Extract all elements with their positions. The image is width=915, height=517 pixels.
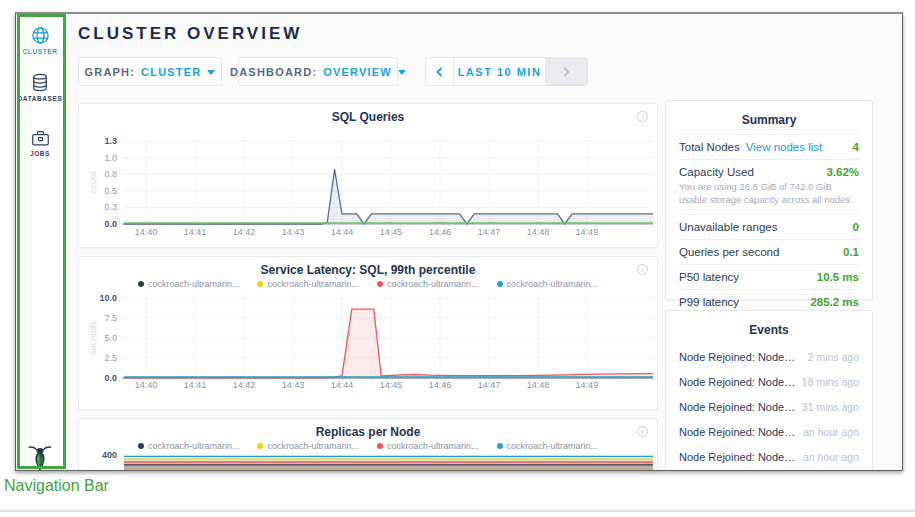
event-text: Node Rejoined: Node 3 rej... [679, 376, 797, 388]
svg-text:7.5: 7.5 [104, 313, 117, 323]
event-time: an hour ago [803, 451, 859, 463]
time-range-next-button[interactable] [545, 58, 587, 85]
sidebar-item-jobs[interactable]: JOBS [16, 129, 64, 157]
page-bottom-divider [0, 510, 915, 512]
capacity-value: 3.62% [826, 166, 859, 178]
view-nodes-list-link[interactable]: View nodes list [746, 141, 823, 153]
sql-queries-plot: 14:4014:4114:4214:4314:4414:4514:4614:47… [79, 104, 659, 249]
svg-text:0.3: 0.3 [104, 202, 117, 212]
svg-text:14:45: 14:45 [380, 227, 403, 237]
chart-card-replicas-per-node: Replicas per Node i cockroach-ultramarin… [78, 418, 658, 471]
svg-text:14:44: 14:44 [331, 380, 354, 390]
row-label: P99 latency [679, 296, 739, 308]
svg-text:14:47: 14:47 [478, 227, 501, 237]
chart-card-sql-queries: SQL Queries i 14:4014:4114:4214:4314:441… [78, 103, 658, 248]
event-row: Node Rejoined: Node 2 rej... 31 mins ago [679, 394, 859, 419]
chart-card-service-latency: Service Latency: SQL, 99th percentile i … [78, 256, 658, 410]
svg-text:0.8: 0.8 [104, 169, 117, 179]
svg-text:1.0: 1.0 [104, 153, 117, 163]
svg-text:400: 400 [102, 450, 117, 460]
row-value: 285.2 ms [810, 296, 859, 308]
svg-text:0.0: 0.0 [104, 219, 117, 229]
events-panel: Events Node Rejoined: Node 4 rej... 2 mi… [665, 310, 873, 471]
summary-row-unavailable-ranges: Unavailable ranges 0 [679, 214, 859, 239]
summary-title: Summary [679, 109, 859, 134]
event-row: Node Rejoined: Node 4 rej... an hour ago [679, 444, 859, 469]
summary-row-capacity: Capacity Used 3.62% You are using 26.8 G… [679, 159, 859, 214]
annotation-label: Navigation Bar [4, 477, 109, 495]
svg-text:14:49: 14:49 [576, 227, 599, 237]
globe-icon [31, 26, 50, 45]
svg-text:5.0: 5.0 [104, 333, 117, 343]
capacity-subtext: You are using 26.8 GiB of 742.0 GiB usab… [679, 180, 859, 214]
event-text: Node Rejoined: Node 4 rej... [679, 351, 797, 363]
summary-panel: Summary Total NodesView nodes list 4 Cap… [665, 100, 873, 300]
graph-dropdown[interactable]: GRAPH: CLUSTER [78, 57, 222, 86]
total-nodes-value: 4 [853, 141, 859, 153]
svg-text:0.0: 0.0 [104, 373, 117, 383]
svg-text:1.3: 1.3 [104, 136, 117, 146]
event-time: 18 mins ago [802, 376, 859, 388]
svg-text:14:43: 14:43 [282, 380, 305, 390]
svg-text:14:45: 14:45 [380, 380, 403, 390]
sidebar-item-label: DATABASES [16, 95, 64, 102]
svg-text:14:48: 14:48 [527, 227, 550, 237]
svg-text:14:44: 14:44 [331, 227, 354, 237]
navigation-sidebar: CLUSTER DATABASES JOBS [16, 14, 64, 470]
row-value: 0.1 [843, 246, 859, 258]
chevron-right-icon [563, 67, 570, 77]
event-time: 2 mins ago [808, 351, 859, 363]
chevron-left-icon [436, 67, 443, 77]
svg-text:14:40: 14:40 [135, 227, 158, 237]
row-value: 10.5 ms [817, 271, 859, 283]
svg-text:10.0: 10.0 [99, 293, 117, 303]
svg-text:14:49: 14:49 [576, 380, 599, 390]
sidebar-item-cluster[interactable]: CLUSTER [16, 26, 64, 55]
svg-text:14:41: 14:41 [184, 380, 207, 390]
svg-text:seconds: seconds [88, 321, 98, 355]
page: CLUSTER DATABASES JOBS [0, 0, 915, 517]
graph-dropdown-label: GRAPH: [85, 66, 136, 78]
svg-text:14:42: 14:42 [233, 227, 256, 237]
svg-text:14:46: 14:46 [429, 380, 452, 390]
app-window: CLUSTER DATABASES JOBS [15, 12, 903, 471]
sidebar-item-databases[interactable]: DATABASES [16, 73, 64, 102]
chevron-down-icon [207, 70, 215, 75]
briefcase-icon [31, 129, 50, 147]
time-range-prev-button[interactable] [426, 58, 454, 85]
summary-row-queries-per-second: Queries per second 0.1 [679, 239, 859, 264]
database-icon [31, 73, 49, 92]
svg-text:14:40: 14:40 [135, 380, 158, 390]
total-nodes-label: Total Nodes [679, 141, 740, 153]
row-label: P50 latency [679, 271, 739, 283]
svg-text:14:42: 14:42 [233, 380, 256, 390]
chevron-down-icon [398, 70, 406, 75]
event-row: Node Rejoined: Node 1 rej... an hour ago [679, 419, 859, 444]
summary-row-p50-latency: P50 latency 10.5 ms [679, 264, 859, 289]
time-range-value[interactable]: LAST 10 MIN [454, 58, 545, 85]
svg-text:14:48: 14:48 [527, 380, 550, 390]
svg-text:14:41: 14:41 [184, 227, 207, 237]
row-value: 0 [853, 221, 859, 233]
time-range-selector: LAST 10 MIN [425, 57, 588, 86]
service-latency-plot: 14:4014:4114:4214:4314:4414:4514:4614:47… [79, 257, 659, 411]
event-row: Node Rejoined: Node 3 rej... 18 mins ago [679, 369, 859, 394]
event-row: Node Rejoined: Node 4 rej... 2 mins ago [679, 344, 859, 369]
sidebar-item-label: CLUSTER [16, 48, 64, 55]
svg-text:2.5: 2.5 [104, 353, 117, 363]
row-label: Unavailable ranges [679, 221, 777, 233]
summary-row-total-nodes: Total NodesView nodes list 4 [679, 134, 859, 159]
event-text: Node Rejoined: Node 4 rej... [679, 451, 797, 463]
svg-text:0.5: 0.5 [104, 186, 117, 196]
row-label: Queries per second [679, 246, 779, 258]
event-time: 31 mins ago [802, 401, 859, 413]
sidebar-item-label: JOBS [16, 150, 64, 157]
replicas-per-node-plot: 400 [79, 419, 659, 471]
svg-text:14:43: 14:43 [282, 227, 305, 237]
svg-text:count: count [88, 171, 98, 194]
capacity-label: Capacity Used [679, 166, 754, 178]
page-title: CLUSTER OVERVIEW [78, 24, 302, 44]
cockroachdb-logo[interactable] [27, 444, 53, 471]
dashboard-dropdown-label: DASHBOARD: [230, 66, 317, 78]
dashboard-dropdown[interactable]: DASHBOARD: OVERVIEW [238, 57, 398, 86]
